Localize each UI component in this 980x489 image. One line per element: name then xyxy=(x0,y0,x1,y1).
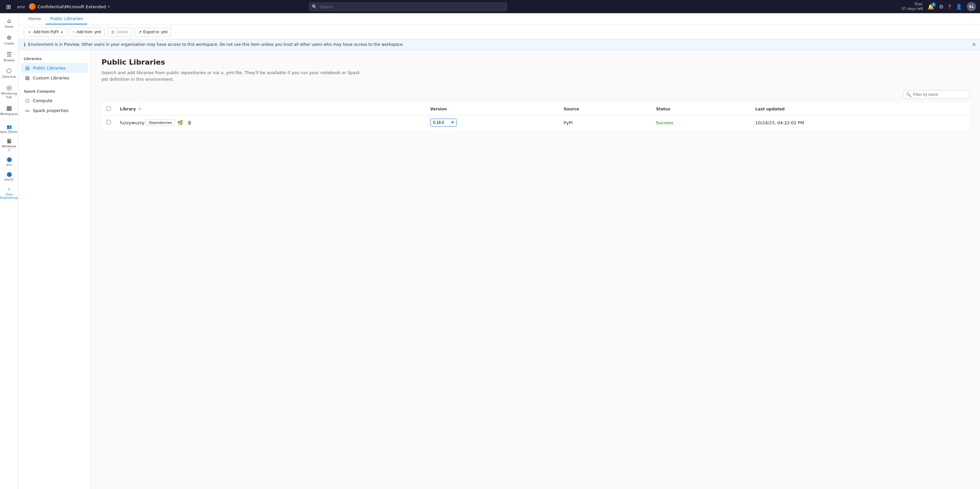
page-title: Public Libraries xyxy=(102,58,969,66)
sidebar: ⌂ Home ⊕ Create ☰ Browse ⬡ Data hub ◎ Mo… xyxy=(0,13,19,489)
add-yml-label: Add from .yml xyxy=(76,30,101,34)
add-from-pypi-button[interactable]: ＋ Add from PyPI ▾ xyxy=(24,27,66,37)
select-all-header[interactable] xyxy=(102,103,116,115)
search-input[interactable] xyxy=(309,2,507,11)
banner-message: Environment is in Preview. Other users i… xyxy=(28,42,404,47)
status-success-label: Success xyxy=(656,120,673,125)
export-icon: ↗ xyxy=(138,30,142,35)
settings-button[interactable]: ⚙ xyxy=(939,4,943,10)
export-label: Export to .yml xyxy=(143,30,167,34)
add-from-yml-button[interactable]: ↑ Add from .yml xyxy=(69,28,105,37)
sidebar-item-label-notebook1: Notebook 1 xyxy=(1,144,17,152)
dataeng-icon: ⚡ xyxy=(8,187,11,192)
left-nav-compute[interactable]: ○ Compute xyxy=(21,95,88,105)
banner-close-button[interactable]: ✕ xyxy=(972,42,976,47)
sidebar-item-datahub[interactable]: ⬡ Data hub xyxy=(0,65,18,81)
pypi-dropdown-chevron-icon[interactable]: ▾ xyxy=(61,30,63,34)
tab-public-libraries[interactable]: Public Libraries xyxy=(46,14,88,24)
left-nav-custom-libraries-label: Custom Libraries xyxy=(33,75,69,80)
left-nav-public-libraries-label: Public Libraries xyxy=(33,65,65,70)
library-column-header[interactable]: Library ↑ xyxy=(115,103,426,115)
status-cell: Success xyxy=(651,115,751,130)
search-icon: 🔍 xyxy=(312,4,317,9)
delete-button[interactable]: 🗑 Delete xyxy=(107,28,132,37)
datahub-icon: ⬡ xyxy=(6,67,12,74)
select-all-checkbox[interactable] xyxy=(107,106,111,111)
last-updated-column-header: Last updated xyxy=(751,103,969,115)
dependency-tree-icon-button[interactable]: 🌿 xyxy=(177,119,184,127)
sidebar-item-label-user1: Shuaijun_Demo_Env xyxy=(0,130,19,134)
tree-icon: 🌿 xyxy=(177,120,183,125)
sidebar-item-create[interactable]: ⊕ Create xyxy=(0,31,18,48)
search-area: 🔍 xyxy=(309,2,507,11)
topbar-right: Trial: 57 days left 🔔 4 ⚙ ? 👤 SL xyxy=(902,2,976,11)
info-icon: ℹ xyxy=(24,42,25,47)
env-label: env xyxy=(17,4,25,9)
topbar: ⊞ env Confidential\Microsoft Extended ▾ … xyxy=(0,0,980,13)
library-name-actions: fuzzywuzzy Dependencies 🌿 🗑 xyxy=(120,119,421,127)
main-area: Home Public Libraries ＋ Add from PyPI ▾ … xyxy=(19,13,980,489)
toolbar: ＋ Add from PyPI ▾ ↑ Add from .yml 🗑 Dele… xyxy=(19,25,980,39)
version-select[interactable]: 0.18.0 xyxy=(430,119,457,127)
filter-input-wrap: 🔍 xyxy=(904,90,969,99)
create-icon: ⊕ xyxy=(6,34,11,41)
delete-icon: 🗑 xyxy=(111,30,115,35)
public-libraries-icon: ▤ xyxy=(24,65,30,70)
sidebar-item-label-datahub: Data hub xyxy=(2,75,16,79)
left-nav-public-libraries[interactable]: ▤ Public Libraries xyxy=(21,63,88,73)
libraries-table: Library ↑ Version Source Status Last upd… xyxy=(102,103,969,130)
row-checkbox-cell[interactable] xyxy=(102,115,116,130)
sort-icon: ↑ xyxy=(138,108,141,111)
main-panel: Public Libraries Search and add librarie… xyxy=(91,50,980,489)
left-nav-subsection: Spark Compute ○ Compute ▭ Spark properti… xyxy=(21,88,88,115)
user1-icon: 👥 xyxy=(6,124,12,129)
left-nav-compute-label: Compute xyxy=(33,98,52,103)
source-cell: PyPI xyxy=(559,115,651,130)
table-row: fuzzywuzzy Dependencies 🌿 🗑 xyxy=(102,115,969,130)
left-nav-custom-libraries[interactable]: ▤ Custom Libraries xyxy=(21,73,88,83)
row-checkbox[interactable] xyxy=(107,120,111,124)
upload-icon: ↑ xyxy=(73,30,75,35)
last-updated-cell: 10/24/23, 04:22:02 PM xyxy=(751,115,969,130)
sidebar-divider xyxy=(2,120,16,120)
filter-by-name-input[interactable] xyxy=(904,90,969,99)
export-button[interactable]: ↗ Export to .yml xyxy=(135,28,171,37)
filter-row: 🔍 xyxy=(102,90,969,99)
delete-row-button[interactable]: 🗑 xyxy=(186,119,194,127)
sidebar-item-user1[interactable]: 👥 Shuaijun_Demo_Env xyxy=(0,122,18,137)
notebook1-icon: 📓 xyxy=(6,139,12,144)
sidebar-item-workspaces[interactable]: ▦ Workspaces xyxy=(0,102,18,119)
left-nav-section-title: Libraries xyxy=(21,56,88,63)
source-column-header: Source xyxy=(559,103,651,115)
help-button[interactable]: ? xyxy=(948,4,951,10)
sidebar-item-env[interactable]: 🔵 env xyxy=(0,154,18,169)
trial-info: Trial: 57 days left xyxy=(902,2,923,11)
sidebar-item-label-env: env xyxy=(6,163,12,167)
table-header-row: Library ↑ Version Source Status Last upd… xyxy=(102,103,969,115)
breadcrumb-text: Confidential\Microsoft Extended xyxy=(38,4,106,9)
sidebar-item-env11[interactable]: 🔵 env11 xyxy=(0,169,18,184)
left-nav: Libraries ▤ Public Libraries ▤ Custom Li… xyxy=(19,50,91,489)
notification-badge: 4 xyxy=(931,2,936,7)
feedback-button[interactable]: 👤 xyxy=(956,4,962,10)
compute-icon: ○ xyxy=(24,98,30,103)
sidebar-item-dataeng[interactable]: ⚡ Data Engineering xyxy=(0,184,18,203)
tab-home[interactable]: Home xyxy=(24,14,46,24)
notifications-button[interactable]: 🔔 4 xyxy=(928,4,934,10)
sidebar-item-browse[interactable]: ☰ Browse xyxy=(0,48,18,65)
page-description: Search and add libraries from public rep… xyxy=(102,70,365,83)
library-name-cell: fuzzywuzzy Dependencies 🌿 🗑 xyxy=(115,115,426,130)
sidebar-item-label-dataeng: Data Engineering xyxy=(0,193,18,200)
sidebar-item-notebook1[interactable]: 📓 Notebook 1 xyxy=(0,136,18,154)
sidebar-item-label-home: Home xyxy=(5,25,14,29)
status-column-header: Status xyxy=(651,103,751,115)
sidebar-item-monitoring[interactable]: ◎ Monitoring hub xyxy=(0,81,18,102)
chevron-down-icon: ▾ xyxy=(108,5,110,9)
dependencies-button[interactable]: Dependencies xyxy=(146,119,175,126)
sidebar-item-home[interactable]: ⌂ Home xyxy=(0,14,18,31)
filter-search-icon: 🔍 xyxy=(906,92,912,97)
avatar[interactable]: SL xyxy=(967,2,976,11)
trash-icon: 🗑 xyxy=(187,120,192,125)
left-nav-spark-properties[interactable]: ▭ Spark properties xyxy=(21,105,88,115)
waffle-icon[interactable]: ⊞ xyxy=(4,3,13,10)
